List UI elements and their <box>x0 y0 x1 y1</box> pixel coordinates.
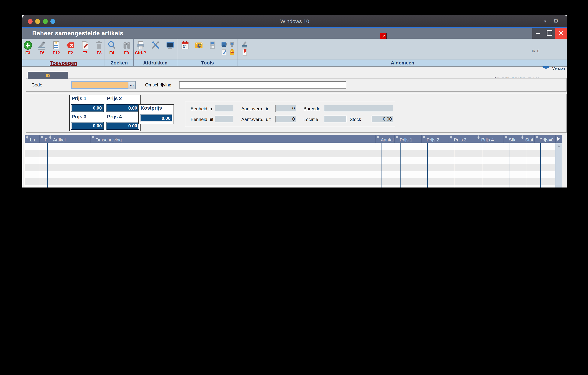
column-header-artikel[interactable]: Artikel <box>48 135 90 143</box>
table-cell <box>428 178 455 185</box>
column-header-prijs1[interactable]: Prijs 1 <box>394 135 421 143</box>
external-arrow-icon[interactable]: ↗ <box>380 33 387 39</box>
column-header-expand[interactable] <box>556 135 562 143</box>
column-header-aantal[interactable]: Aantal <box>376 135 394 143</box>
save-button[interactable]: F12 <box>51 41 62 55</box>
table-cell <box>90 185 382 188</box>
table-cell <box>39 185 48 188</box>
email-button[interactable]: @ <box>193 41 204 50</box>
calendar-button[interactable]: 31 <box>179 41 191 50</box>
prijs3-value: 0.00 <box>71 122 104 130</box>
sort-icon <box>536 135 538 139</box>
table-cell <box>401 143 428 150</box>
table-cell <box>455 150 482 157</box>
minimize-button[interactable] <box>532 28 544 39</box>
aant-verp-in-field[interactable]: 0 <box>275 105 296 112</box>
table-cell <box>482 164 510 171</box>
table-cell <box>526 157 541 164</box>
binoculars-button[interactable]: F9 <box>121 41 132 55</box>
sort-icon <box>477 135 480 139</box>
table-cell <box>382 150 401 157</box>
table-cell <box>48 150 90 157</box>
column-header-fi[interactable]: Fi <box>39 135 48 143</box>
minimize-icon <box>536 33 540 34</box>
omschrijving-label: Omschrijving <box>145 82 171 88</box>
table-cell <box>382 157 401 164</box>
delete-x-icon <box>66 41 75 50</box>
column-header-prijs3[interactable]: Prijs 3 <box>449 135 476 143</box>
bookmark-icon[interactable] <box>241 49 249 56</box>
revise-button[interactable]: F7 <box>79 41 90 55</box>
add-button[interactable]: F3 <box>22 41 33 55</box>
sort-icon <box>396 135 398 139</box>
table-cell <box>48 143 90 150</box>
binoculars-icon <box>122 41 131 50</box>
vertical-scrollbar[interactable] <box>555 143 562 188</box>
aant-verp-uit-field[interactable]: 0 <box>275 116 296 122</box>
table-cell <box>510 143 526 150</box>
print-preview-button[interactable] <box>164 41 176 50</box>
save-icon <box>52 41 61 50</box>
database-icon[interactable] <box>220 41 228 48</box>
ribbon-toolbar: F3 F6 F12 F2 <box>22 39 567 67</box>
eenheid-in-field[interactable] <box>215 105 233 112</box>
email-icon: @ <box>194 41 203 50</box>
table-row[interactable] <box>25 164 562 171</box>
table-row[interactable] <box>25 143 562 150</box>
code-input[interactable] <box>71 81 129 89</box>
locatie-field[interactable] <box>324 116 347 122</box>
note-edit-icon[interactable] <box>220 49 228 56</box>
print-settings-button[interactable] <box>150 41 161 50</box>
table-cell <box>25 157 39 164</box>
calendar-icon: 31 <box>180 41 190 50</box>
stock-field[interactable]: 0.00 <box>372 116 393 122</box>
chevron-down-icon[interactable]: ▼ <box>543 19 547 23</box>
table-cell <box>90 143 382 150</box>
column-header-prijs4[interactable]: Prijs 4 <box>476 135 504 143</box>
printer-icon <box>136 41 145 50</box>
column-header-prijs2[interactable]: Prijs 2 <box>421 135 449 143</box>
scroll-up-icon <box>557 145 560 147</box>
trash-button[interactable]: F8 <box>94 41 105 55</box>
table-cell <box>428 171 455 178</box>
table-row[interactable] <box>25 185 562 188</box>
table-cell <box>482 185 510 188</box>
print-button[interactable]: Ctrl-P <box>135 41 146 55</box>
table-cell <box>482 143 510 150</box>
table-cell <box>455 164 482 171</box>
table-row[interactable] <box>25 171 562 178</box>
table-cell <box>39 143 48 150</box>
vm-titlebar: Windows 10 ▼ ⚙ <box>22 15 567 27</box>
prijs1-cell: Prijs 1 0.00 <box>70 95 105 113</box>
kostprijs-label: Kostprijs <box>139 105 174 111</box>
calculator-icon <box>208 41 217 50</box>
table-row[interactable] <box>25 157 562 164</box>
table-cell <box>526 171 541 178</box>
column-header-stk[interactable]: Stk <box>504 135 520 143</box>
jar-icon[interactable] <box>228 49 235 56</box>
calculator-button[interactable] <box>207 41 218 50</box>
webcam-icon[interactable] <box>228 41 235 48</box>
column-header-stat[interactable]: Stat <box>520 135 534 143</box>
table-body <box>25 143 562 188</box>
close-button[interactable]: ✕ <box>555 28 567 39</box>
barcode-field[interactable] <box>324 105 393 112</box>
edit-button[interactable]: F6 <box>37 41 47 55</box>
toolbar-group-afdrukken: Ctrl-P Afdrukken <box>134 39 177 66</box>
omschrijving-input[interactable] <box>179 81 346 89</box>
gear-icon[interactable]: ⚙ <box>553 17 559 25</box>
table-cell <box>382 171 401 178</box>
delete-button[interactable]: F2 <box>65 41 76 55</box>
sort-icon <box>521 135 524 139</box>
lookup-button[interactable]: ... <box>128 81 136 89</box>
column-header-ln[interactable]: Ln <box>25 135 39 143</box>
column-header-omschrijving[interactable]: Omschrijving <box>90 135 376 143</box>
annotate-icon[interactable] <box>241 40 249 48</box>
column-header-prijs0[interactable]: Prijs=0 <box>534 135 556 143</box>
maximize-button[interactable] <box>544 28 555 39</box>
search-button[interactable]: F4 <box>106 41 117 55</box>
tab-id[interactable]: ID <box>28 72 68 79</box>
eenheid-uit-field[interactable] <box>215 116 233 122</box>
table-row[interactable] <box>25 150 562 157</box>
table-row[interactable] <box>25 178 562 185</box>
